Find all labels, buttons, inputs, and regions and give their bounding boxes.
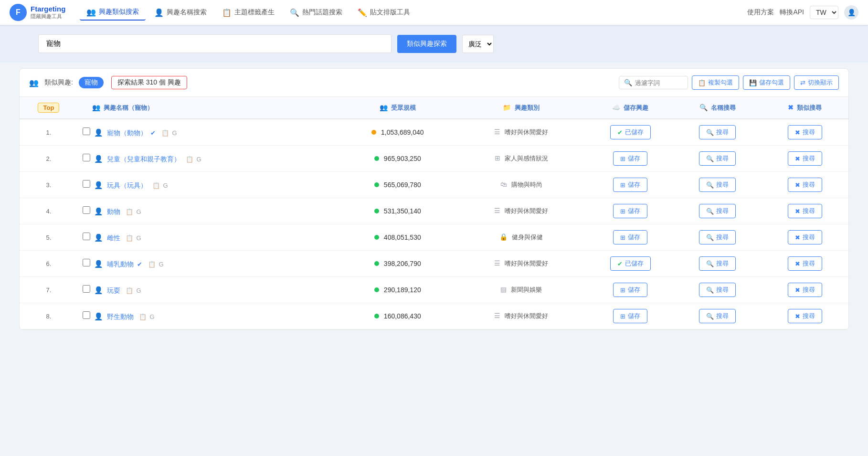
col-category-icon: 📁: [503, 104, 511, 111]
similar-icon: ✖: [795, 181, 800, 189]
save-interest-button[interactable]: ⊞ 儲存: [613, 230, 647, 244]
interest-name: 野生動物: [107, 313, 134, 320]
copy-row-icon[interactable]: 📋: [161, 129, 169, 137]
search-input[interactable]: [38, 34, 392, 53]
name-search-button[interactable]: 🔍 搜尋: [699, 178, 736, 192]
logo-icon: F: [10, 4, 27, 21]
name-search-button[interactable]: 🔍 搜尋: [699, 151, 736, 166]
col-similar-icon: ✖: [788, 104, 794, 111]
row-save: ⊞ 儲存: [587, 172, 674, 198]
similar-search-button[interactable]: ✖ 搜尋: [788, 178, 822, 192]
google-row-icon[interactable]: G: [196, 156, 201, 163]
category-text: 新聞與娛樂: [511, 286, 542, 293]
name-search-button[interactable]: 🔍 搜尋: [699, 256, 736, 271]
user-avatar[interactable]: 👤: [844, 5, 858, 20]
row-save: ⊞ 儲存: [587, 224, 674, 251]
row-audience: 965,903,250: [339, 146, 456, 172]
row-checkbox[interactable]: [83, 127, 90, 135]
similar-search-button[interactable]: ✖ 搜尋: [788, 125, 822, 139]
save-interest-button[interactable]: ✔ 已儲存: [610, 125, 651, 139]
switch-display-button[interactable]: ⇄ 切換顯示: [794, 75, 839, 90]
row-checkbox[interactable]: [83, 285, 90, 293]
save-interest-button[interactable]: ✔ 已儲存: [610, 256, 651, 271]
save-selected-button[interactable]: 💾 儲存勾選: [743, 75, 790, 90]
audience-dot: [374, 182, 379, 187]
nav-item-similar-search[interactable]: 👥 興趣類似搜索: [80, 5, 146, 21]
name-search-button[interactable]: 🔍 搜尋: [699, 230, 736, 244]
category-text: 嗜好與休閒愛好: [505, 312, 548, 319]
person-row-icon: 👤: [94, 260, 103, 268]
search-icon: 🔍: [706, 286, 714, 294]
col-similar: ✖ 類似搜尋: [761, 97, 848, 119]
person-row-icon: 👤: [94, 181, 103, 189]
google-row-icon[interactable]: G: [136, 234, 141, 242]
row-rank: 2.: [20, 146, 78, 172]
similar-search-button[interactable]: ✖ 搜尋: [788, 309, 822, 323]
top-badge: Top: [38, 103, 59, 113]
name-search-button[interactable]: 🔍 搜尋: [699, 309, 736, 323]
google-row-icon[interactable]: G: [163, 182, 168, 189]
nav-item-hot-topic[interactable]: 🔍 熱門話題搜索: [283, 5, 349, 20]
search-icon: 🔍: [706, 234, 714, 241]
category-text: 嗜好與休閒愛好: [505, 128, 548, 136]
row-audience: 531,350,140: [339, 198, 456, 224]
row-save: ⊞ 儲存: [587, 146, 674, 172]
row-category: ▤ 新聞與娛樂: [456, 277, 587, 303]
nav-item-topic-gen[interactable]: 📋 主題標籤產生: [215, 5, 281, 20]
similar-search-button[interactable]: ✖ 搜尋: [788, 151, 822, 166]
row-checkbox[interactable]: [83, 259, 90, 266]
similar-icon: ✖: [795, 260, 800, 267]
row-audience: 398,206,790: [339, 251, 456, 277]
region-select[interactable]: TW US: [810, 6, 838, 19]
google-row-icon[interactable]: G: [136, 287, 141, 294]
name-search-button[interactable]: 🔍 搜尋: [699, 283, 736, 297]
search-button[interactable]: 類似興趣探索: [397, 35, 456, 53]
copy-selected-button[interactable]: 📋 複製勾選: [692, 75, 739, 90]
save-interest-button[interactable]: ⊞ 儲存: [613, 178, 647, 192]
row-save: ⊞ 儲存: [587, 277, 674, 303]
similar-search-button[interactable]: ✖ 搜尋: [788, 204, 822, 218]
interest-actions: 📋 G: [148, 261, 163, 268]
copy-row-icon[interactable]: 📋: [126, 208, 133, 215]
check-icon: ✔: [617, 129, 623, 136]
row-checkbox[interactable]: [83, 180, 90, 188]
category-icon: ⊞: [495, 154, 500, 162]
copy-row-icon[interactable]: 📋: [152, 182, 160, 189]
plan-link[interactable]: 使用方案: [747, 8, 774, 17]
filter-bar: 👥 類似興趣: 寵物 探索結果 310 個 興趣 🔍 📋 複製勾選 💾 儲存勾選…: [19, 68, 849, 96]
row-checkbox[interactable]: [83, 206, 90, 214]
row-audience: 408,051,530: [339, 224, 456, 251]
verified-icon: ✔: [150, 129, 156, 137]
nav-item-post-format[interactable]: ✏️ 貼文排版工具: [351, 5, 417, 20]
row-checkbox[interactable]: [83, 233, 90, 240]
audience-number: 531,350,140: [384, 207, 421, 215]
save-interest-button[interactable]: ⊞ 儲存: [613, 151, 647, 166]
row-checkbox[interactable]: [83, 154, 90, 161]
copy-row-icon[interactable]: 📋: [126, 234, 133, 242]
name-search-button[interactable]: 🔍 搜尋: [699, 204, 736, 218]
save-interest-button[interactable]: ⊞ 儲存: [613, 204, 647, 218]
google-row-icon[interactable]: G: [159, 261, 163, 268]
similar-search-button[interactable]: ✖ 搜尋: [788, 230, 822, 244]
similar-search-button[interactable]: ✖ 搜尋: [788, 256, 822, 271]
copy-row-icon[interactable]: 📋: [186, 156, 193, 163]
google-row-icon[interactable]: G: [149, 313, 154, 320]
similar-search-button[interactable]: ✖ 搜尋: [788, 283, 822, 297]
row-checkbox[interactable]: [83, 311, 90, 319]
save-interest-button[interactable]: ⊞ 儲存: [613, 283, 647, 297]
filter-tag: 寵物: [79, 77, 104, 88]
copy-row-icon[interactable]: 📋: [126, 287, 133, 294]
interests-table: Top 👥 興趣名稱（寵物） 👥 受眾規模 📁 興趣類別 ☁️ 儲存興趣: [20, 97, 848, 329]
filter-search-input[interactable]: [635, 79, 683, 86]
google-row-icon[interactable]: G: [172, 129, 177, 137]
copy-row-icon[interactable]: 📋: [148, 261, 156, 268]
name-search-button[interactable]: 🔍 搜尋: [699, 125, 736, 139]
convert-api-link[interactable]: 轉換API: [780, 8, 804, 17]
nav-item-name-search[interactable]: 👤 興趣名稱搜索: [148, 5, 213, 20]
search-type-select[interactable]: 廣泛 精準: [462, 35, 494, 53]
logo-title: Ftargeting: [31, 5, 65, 13]
save-interest-button[interactable]: ⊞ 儲存: [613, 309, 647, 323]
copy-row-icon[interactable]: 📋: [139, 313, 147, 320]
row-name-search: 🔍 搜尋: [674, 119, 761, 146]
google-row-icon[interactable]: G: [136, 208, 141, 215]
